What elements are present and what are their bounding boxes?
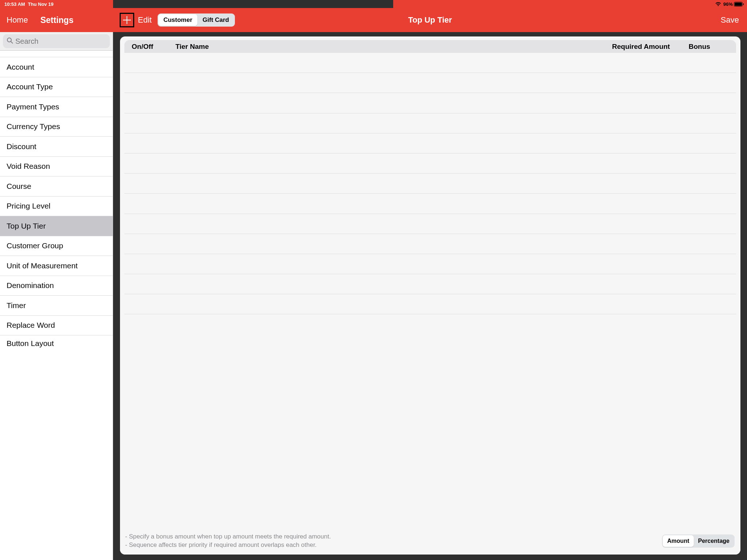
sidebar-item-partial-top[interactable] [0,51,113,57]
col-header-name: Tier Name [175,43,467,51]
table-row [124,174,467,194]
table-row [124,73,467,93]
header-segment: Customer Gift Card [158,13,235,27]
sidebar-item-course[interactable]: Course [0,176,113,197]
add-button[interactable] [120,13,134,27]
edit-button[interactable]: Edit [138,15,152,25]
segment-giftcard[interactable]: Gift Card [197,14,234,26]
search-box[interactable] [3,34,110,48]
home-button[interactable]: Home [7,15,28,25]
sidebar-item-discount[interactable]: Discount [0,137,113,157]
search-wrap [0,32,113,51]
sidebar-item-denomination[interactable]: Denomination [0,276,113,296]
sidebar-item-top-up-tier[interactable]: Top Up Tier [0,216,113,236]
table-row [124,254,467,274]
search-icon [7,37,13,45]
status-time: 10:53 AM [4,1,25,7]
table-row [124,153,467,174]
sidebar-item-unit-of-measurement[interactable]: Unit of Measurement [0,256,113,276]
page-title: Top Up Tier [408,15,452,25]
table-row [124,93,467,113]
sidebar-item-button-layout[interactable]: Button Layout [0,335,113,349]
left-header: Home Settings [0,8,113,32]
table-body [124,53,467,314]
sidebar: AccountAccount TypePayment TypesCurrency… [0,32,113,350]
main-panel: On/Off Tier Name Required Amount Bonus -… [120,36,467,350]
table-row [124,53,467,73]
svg-line-6 [11,42,13,43]
right-header: Edit Customer Gift Card Top Up Tier Save [113,8,467,32]
segment-customer[interactable]: Customer [158,14,197,26]
settings-title: Settings [40,15,74,25]
table-row [124,194,467,214]
table-row [124,234,467,254]
status-bar: 10:53 AM Thu Nov 19 [0,0,113,8]
sidebar-item-customer-group[interactable]: Customer Group [0,236,113,256]
table-row [124,133,467,153]
status-bar-right: 96% [393,0,467,8]
table-row [124,214,467,234]
sidebar-item-void-reason[interactable]: Void Reason [0,157,113,177]
sidebar-item-currency-types[interactable]: Currency Types [0,117,113,137]
table-header: On/Off Tier Name Required Amount Bonus [124,40,467,53]
sidebar-item-account[interactable]: Account [0,57,113,77]
sidebar-item-timer[interactable]: Timer [0,296,113,316]
table-row [124,113,467,133]
col-header-onoff: On/Off [124,43,175,51]
status-date: Thu Nov 19 [28,1,54,7]
table-row [124,274,467,294]
sidebar-list[interactable]: AccountAccount TypePayment TypesCurrency… [0,51,113,349]
sidebar-item-replace-word[interactable]: Replace Word [0,316,113,336]
search-input[interactable] [15,37,106,46]
table-row [124,294,467,314]
sidebar-item-account-type[interactable]: Account Type [0,77,113,97]
sidebar-item-payment-types[interactable]: Payment Types [0,97,113,117]
sidebar-item-pricing-level[interactable]: Pricing Level [0,197,113,217]
